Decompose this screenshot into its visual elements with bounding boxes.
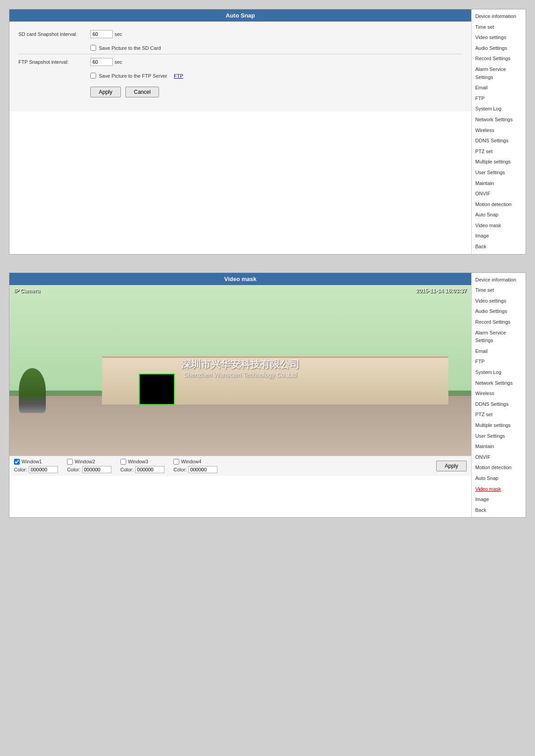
ftp-input-group: sec (90, 58, 122, 66)
camera-scene: IP Camera 2015-11-14 16:03:37 深圳市兴华安科技有限… (9, 285, 471, 456)
scene-floor (9, 396, 471, 456)
sidebar1-item-9[interactable]: Network Settings (472, 114, 526, 125)
color-label-1: Color: (67, 467, 80, 472)
sdcard-input-group: sec (90, 30, 122, 38)
color-input-2[interactable] (135, 466, 164, 473)
sidebar2-item-4[interactable]: Record Settings (472, 317, 526, 328)
cam-watermark-cn: 深圳市兴华安科技有限公司 (181, 358, 300, 371)
auto-snap-cancel-button[interactable]: Cancel (125, 87, 159, 97)
sidebar2-item-15[interactable]: Maintain (472, 441, 526, 452)
window-label-3: Window4 (181, 459, 201, 464)
sidebar1-item-14[interactable]: User Settings (472, 167, 526, 178)
camera-view[interactable]: IP Camera 2015-11-14 16:03:37 深圳市兴华安科技有限… (9, 285, 471, 456)
color-input-3[interactable] (188, 466, 217, 473)
window-label-2: Window3 (128, 459, 148, 464)
ftp-interval-input[interactable] (90, 58, 113, 66)
color-input-0[interactable] (29, 466, 58, 473)
sdcard-checkbox-row: Save Picture to the SD Card (18, 44, 462, 52)
sidebar2-item-17[interactable]: Motion detection (472, 462, 526, 473)
sidebar2-item-10[interactable]: Wireless (472, 388, 526, 399)
window-label-1: Window2 (75, 459, 95, 464)
sidebar1-item-7[interactable]: FTP (472, 93, 526, 104)
ftp-checkbox-label: Save Picture to the FTP Server (99, 73, 167, 79)
sdcard-checkbox-label: Save Picture to the SD Card (99, 45, 161, 51)
window-checkbox-1[interactable] (67, 459, 73, 465)
sidebar2-item-3[interactable]: Audio Settings (472, 306, 526, 317)
sidebar2-item-12[interactable]: PTZ set (472, 409, 526, 420)
auto-snap-main: Auto Snap SD card Snapshot interval: sec… (9, 9, 472, 254)
window-checkbox-0[interactable] (14, 459, 20, 465)
sidebar2-item-9[interactable]: Network Settings (472, 378, 526, 389)
sdcard-interval-input[interactable] (90, 30, 113, 38)
sdcard-label: SD card Snapshot interval: (18, 31, 90, 37)
video-mask-panel: Video mask IP Camera 2015-11-14 16:03:37… (9, 273, 526, 518)
sidebar2-item-13[interactable]: Multiple settings (472, 420, 526, 431)
sidebar1-item-21[interactable]: Back (472, 242, 526, 252)
sidebar2-item-5[interactable]: Alarm Service Settings (472, 328, 526, 346)
window-checkbox-2[interactable] (120, 459, 126, 465)
sidebar1-item-5[interactable]: Alarm Service Settings (472, 64, 526, 83)
auto-snap-panel: Auto Snap SD card Snapshot interval: sec… (9, 9, 526, 255)
sidebar2-item-1[interactable]: Time set (472, 285, 526, 296)
ftp-row: FTP Snapshot interval: sec (18, 56, 462, 68)
sidebar2-item-21[interactable]: Back (472, 505, 526, 516)
sidebar1-item-17[interactable]: Motion detection (472, 199, 526, 210)
cam-label: IP Camera (14, 288, 40, 294)
sidebar1-item-11[interactable]: DDNS Settings (472, 136, 526, 146)
sidebar1-item-13[interactable]: Multiple settings (472, 157, 526, 167)
auto-snap-form: SD card Snapshot interval: sec Save Pict… (9, 22, 471, 111)
auto-snap-header: Auto Snap (9, 9, 471, 22)
sidebar1-item-18[interactable]: Auto Snap (472, 210, 526, 220)
sidebar1-item-12[interactable]: PTZ set (472, 146, 526, 157)
color-label-2: Color: (120, 467, 133, 472)
window-item-0: Window1Color: (14, 459, 58, 473)
video-mask-main: Video mask IP Camera 2015-11-14 16:03:37… (9, 273, 472, 518)
sidebar2-item-20[interactable]: Image (472, 494, 526, 505)
cam-header: IP Camera 2015-11-14 16:03:37 (9, 288, 471, 294)
auto-snap-btn-row: Apply Cancel (18, 80, 462, 102)
sidebar2-item-0[interactable]: Device information (472, 275, 526, 286)
mask-rectangle[interactable] (139, 374, 175, 405)
sdcard-row: SD card Snapshot interval: sec (18, 28, 462, 40)
window-item-1: Window2Color: (67, 459, 111, 473)
sidebar1-item-2[interactable]: Video settings (472, 32, 526, 43)
auto-snap-apply-button[interactable]: Apply (90, 87, 121, 97)
sidebar2-item-18[interactable]: Auto Snap (472, 473, 526, 484)
sidebar1-item-3[interactable]: Audio Settings (472, 43, 526, 54)
window-item-3: Window4Color: (173, 459, 217, 473)
ftp-checkbox-row: Save Picture to the FTP Server FTP (18, 71, 462, 80)
sidebar1-item-16[interactable]: ONVIF (472, 189, 526, 199)
sidebar2-item-16[interactable]: ONVIF (472, 452, 526, 463)
ftp-save-checkbox[interactable] (90, 73, 96, 79)
cam-timestamp: 2015-11-14 16:03:37 (416, 288, 467, 294)
sidebar2-item-11[interactable]: DDNS Settings (472, 399, 526, 410)
color-input-1[interactable] (82, 466, 111, 473)
video-mask-apply-button[interactable]: Apply (436, 461, 467, 471)
video-mask-sidebar: Device informationTime setVideo settings… (472, 273, 526, 518)
sdcard-save-checkbox[interactable] (90, 45, 96, 51)
ftp-unit: sec (115, 59, 122, 65)
sidebar2-item-14[interactable]: User Settings (472, 431, 526, 442)
window-label-0: Window1 (22, 459, 42, 464)
scene-plant (19, 368, 46, 413)
cam-watermark: 深圳市兴华安科技有限公司 Shenzhen Wanscam Technology… (181, 358, 300, 378)
sidebar2-item-7[interactable]: FTP (472, 356, 526, 367)
color-label-0: Color: (14, 467, 27, 472)
sidebar1-item-8[interactable]: System Log (472, 104, 526, 114)
sidebar1-item-6[interactable]: Email (472, 83, 526, 93)
sidebar2-item-19[interactable]: Video mask (472, 484, 526, 495)
window-item-2: Window3Color: (120, 459, 164, 473)
sidebar2-item-6[interactable]: Email (472, 346, 526, 357)
sidebar1-item-10[interactable]: Wireless (472, 125, 526, 136)
window-checkbox-3[interactable] (173, 459, 179, 465)
ftp-link[interactable]: FTP (174, 73, 183, 79)
sidebar1-item-15[interactable]: Maintain (472, 178, 526, 189)
color-label-3: Color: (173, 467, 186, 472)
sidebar1-item-4[interactable]: Record Settings (472, 53, 526, 64)
sidebar1-item-20[interactable]: Image (472, 231, 526, 242)
sidebar2-item-2[interactable]: Video settings (472, 296, 526, 307)
sidebar2-item-8[interactable]: System Log (472, 367, 526, 378)
sidebar1-item-19[interactable]: Video mask (472, 220, 526, 231)
sidebar1-item-0[interactable]: Device information (472, 11, 526, 22)
sidebar1-item-1[interactable]: Time set (472, 22, 526, 33)
